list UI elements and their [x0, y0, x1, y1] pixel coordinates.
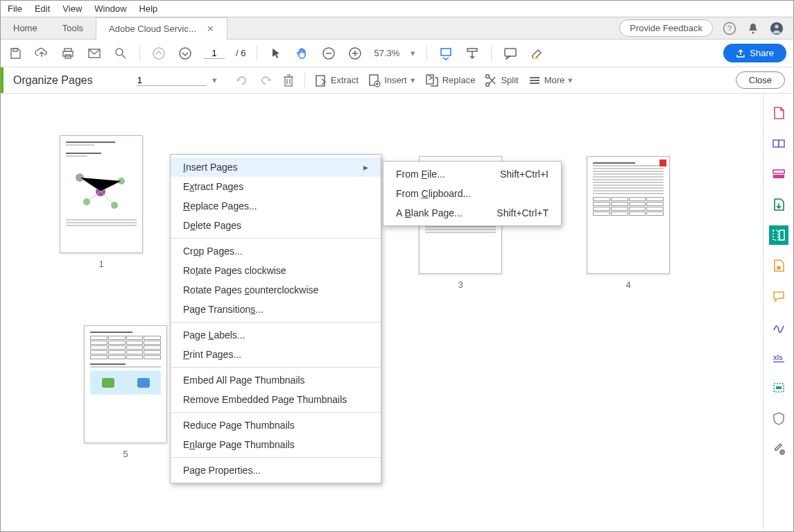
page-thumbnail-4-label: 4 [625, 280, 630, 290]
replace-label: Replace [442, 75, 476, 85]
split-icon [485, 74, 497, 87]
page-thumbnail-5[interactable]: 5 [84, 325, 167, 459]
share-icon [736, 49, 745, 58]
svg-rect-19 [285, 77, 292, 86]
svg-text:?: ? [727, 24, 732, 33]
organize-page-input[interactable] [137, 75, 207, 86]
context-replace-pages[interactable]: Replace Pages... [171, 196, 381, 216]
rail-fill-sign-icon[interactable] [769, 317, 788, 336]
zoom-level-label[interactable]: 57.3% [374, 48, 399, 58]
svg-rect-38 [773, 230, 778, 240]
tab-tools[interactable]: Tools [50, 17, 96, 39]
context-insert-pages[interactable]: Insert Pages▸ [171, 157, 381, 177]
zoom-in-icon[interactable] [347, 46, 363, 61]
provide-feedback-button[interactable]: Provide Feedback [619, 19, 713, 37]
more-label: More [544, 75, 565, 85]
zoom-out-icon[interactable] [321, 46, 336, 61]
help-icon[interactable]: ? [723, 22, 736, 35]
highlight-icon[interactable] [529, 46, 544, 61]
print-icon[interactable] [60, 46, 76, 61]
context-page-properties[interactable]: Page Properties... [171, 461, 381, 480]
page-number-input[interactable] [204, 48, 225, 59]
rail-comment-tool-icon[interactable] [769, 286, 788, 306]
delete-icon[interactable] [282, 74, 295, 87]
rail-combine-icon[interactable] [769, 134, 788, 153]
svg-point-4 [775, 24, 778, 28]
menu-file[interactable]: File [8, 3, 22, 14]
replace-button[interactable]: Replace [425, 74, 476, 87]
context-delete-pages[interactable]: Delete Pages [171, 216, 381, 235]
svg-point-11 [153, 48, 164, 59]
context-print-pages[interactable]: Print Pages... [171, 345, 381, 364]
context-rotate-cw[interactable]: Rotate Pages clockwise [171, 261, 381, 280]
svg-rect-7 [63, 51, 73, 56]
zoom-dropdown-icon[interactable]: ▾ [411, 48, 415, 58]
context-crop-pages[interactable]: Crop Pages... [171, 241, 381, 261]
comment-icon[interactable] [503, 46, 518, 61]
share-button[interactable]: Share [723, 44, 786, 62]
submenu-from-file-shortcut: Shift+Ctrl+I [500, 169, 549, 180]
rail-redact-icon[interactable] [769, 378, 788, 397]
rail-organize-icon[interactable] [769, 225, 788, 245]
rotate-left-icon[interactable] [235, 74, 249, 87]
page-thumbnail-3-label: 3 [458, 280, 463, 290]
context-enlarge-thumbs[interactable]: Enlarge Page Thumbnails [171, 435, 381, 454]
page-thumbnail-1-label: 1 [98, 259, 103, 269]
page-down-icon[interactable] [178, 46, 193, 61]
context-rotate-ccw[interactable]: Rotate Pages counterclockwise [171, 280, 381, 300]
extract-icon [315, 74, 327, 87]
rail-protect-icon[interactable] [769, 409, 788, 428]
tab-document[interactable]: Adobe Cloud Servic... ✕ [96, 17, 227, 40]
more-button[interactable]: More ▾ [528, 74, 573, 87]
close-tab-icon[interactable]: ✕ [207, 24, 214, 34]
fit-width-icon[interactable] [438, 46, 454, 61]
page-canvas[interactable]: 1 3 4 [1, 94, 763, 531]
page-up-icon[interactable] [151, 46, 166, 61]
rail-edit-pdf-icon[interactable] [769, 164, 788, 184]
search-icon[interactable] [113, 46, 128, 61]
organize-page-dropdown-icon[interactable]: ▾ [212, 75, 217, 85]
submenu-blank-page[interactable]: A Blank Page... Shift+Ctrl+T [383, 203, 561, 223]
page-thumbnail-1[interactable]: 1 [60, 135, 143, 269]
svg-rect-28 [530, 83, 540, 84]
rail-compress-icon[interactable] [769, 256, 788, 275]
context-remove-embed-thumbs[interactable]: Remove Embedded Page Thumbnails [171, 390, 381, 409]
insert-button[interactable]: Insert ▾ [368, 74, 415, 87]
hand-tool-icon[interactable] [295, 46, 310, 61]
context-reduce-thumbs[interactable]: Reduce Page Thumbnails [171, 415, 381, 435]
submenu-from-clipboard[interactable]: From Clipboard... [383, 184, 561, 203]
tab-home[interactable]: Home [1, 17, 50, 39]
email-icon[interactable] [87, 46, 102, 61]
account-avatar[interactable] [770, 22, 784, 35]
menu-edit[interactable]: Edit [35, 3, 50, 14]
context-transitions[interactable]: Page Transitions... [171, 300, 381, 319]
read-mode-icon[interactable] [465, 46, 480, 61]
organize-accent-bar [1, 67, 3, 93]
cloud-upload-icon[interactable] [34, 46, 49, 61]
extract-button[interactable]: Extract [315, 74, 359, 87]
more-dropdown-icon: ▾ [568, 75, 573, 85]
menu-window[interactable]: Window [94, 3, 126, 14]
submenu-from-file[interactable]: From File... Shift+Ctrl+I [383, 164, 561, 184]
menu-view[interactable]: View [62, 3, 82, 14]
rail-export-pdf-icon[interactable] [769, 195, 788, 214]
svg-rect-16 [467, 49, 477, 51]
rail-create-pdf-icon[interactable] [769, 103, 788, 123]
context-extract-pages[interactable]: Extract Pages [171, 177, 381, 196]
rail-xls-icon[interactable]: xls [769, 347, 788, 367]
menu-bar: File Edit View Window Help [1, 1, 793, 17]
page-thumbnail-4[interactable]: 4 [587, 156, 670, 290]
right-rail: xls [763, 94, 793, 531]
menu-help[interactable]: Help [139, 3, 158, 14]
close-organize-button[interactable]: Close [736, 71, 785, 89]
rail-more-tools-icon[interactable] [769, 439, 788, 458]
notifications-icon[interactable] [746, 22, 760, 35]
context-page-labels[interactable]: Page Labels... [171, 325, 381, 345]
context-menu: Insert Pages▸ Extract Pages Replace Page… [170, 154, 381, 483]
rotate-right-icon[interactable] [259, 74, 273, 87]
insert-submenu: From File... Shift+Ctrl+I From Clipboard… [383, 161, 562, 226]
context-embed-thumbs[interactable]: Embed All Page Thumbnails [171, 370, 381, 390]
split-button[interactable]: Split [485, 74, 518, 87]
selection-tool-icon[interactable] [268, 46, 284, 61]
save-icon[interactable] [8, 46, 23, 61]
